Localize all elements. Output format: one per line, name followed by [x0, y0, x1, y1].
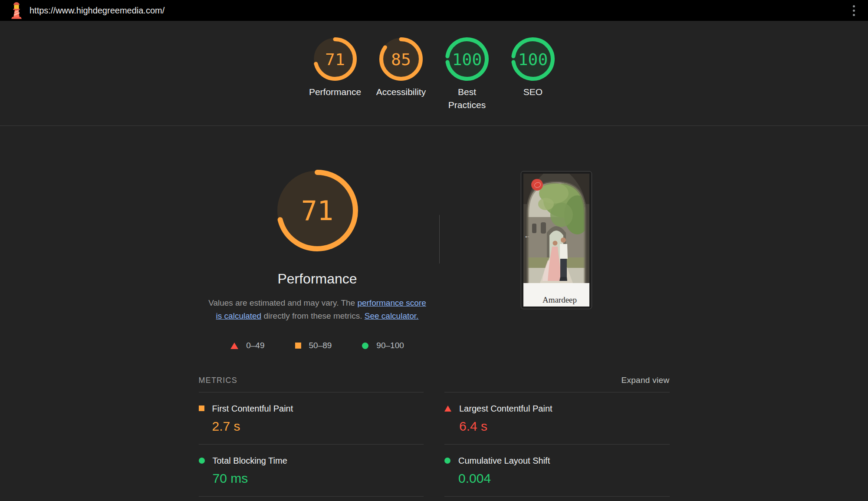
- square-icon: [199, 405, 204, 411]
- metric-value: 70 ms: [213, 471, 287, 486]
- legend-range: 50–89: [309, 341, 332, 350]
- gauge-seo[interactable]: 100: [511, 37, 555, 81]
- category-performance[interactable]: 71 Performance: [307, 37, 363, 112]
- metric-value: 0.004: [458, 471, 550, 486]
- metric-first-contentful-paint: First Contentful Paint 2.7 s: [199, 392, 424, 445]
- performance-section: 71 Performance Values are estimated and …: [195, 126, 673, 350]
- metric-name: Total Blocking Time: [213, 456, 287, 466]
- triangle-icon: [230, 343, 238, 349]
- metrics-heading: METRICS: [199, 376, 237, 385]
- gauge-accessibility[interactable]: 85: [379, 37, 423, 81]
- screenshot-photo: [523, 174, 589, 283]
- back-arrow-icon: ←: [524, 232, 531, 239]
- metrics-section: METRICS Expand view First Contentful Pai…: [199, 376, 670, 497]
- metric-largest-contentful-paint: Largest Contentful Paint 6.4 s: [444, 392, 670, 445]
- triangle-icon: [444, 405, 451, 412]
- category-label: SEO: [523, 86, 542, 99]
- caption-text: Amardeep: [542, 295, 577, 307]
- screenshot-caption: Amardeep: [523, 283, 589, 307]
- performance-title: Performance: [277, 271, 357, 287]
- site-logo-badge: [531, 179, 543, 191]
- svg-text:71: 71: [301, 195, 334, 227]
- category-label: Performance: [309, 86, 361, 99]
- kebab-menu-icon[interactable]: [849, 3, 858, 19]
- description-text: Values are estimated and may vary. The: [208, 298, 357, 307]
- circle-icon: [199, 458, 205, 464]
- page-url[interactable]: https://www.highdegreemedia.com/: [30, 6, 843, 16]
- legend-item-fail: 0–49: [230, 341, 264, 350]
- circle-icon: [362, 343, 368, 349]
- lighthouse-logo-icon: [10, 2, 23, 19]
- svg-text:100: 100: [518, 50, 548, 69]
- legend-item-average: 50–89: [295, 341, 332, 350]
- svg-text:85: 85: [391, 50, 411, 69]
- metric-name: First Contentful Paint: [212, 404, 293, 414]
- legend-item-good: 90–100: [362, 341, 404, 350]
- circle-icon: [444, 458, 450, 464]
- category-label: Best Practices: [445, 86, 489, 112]
- description-text: directly from these metrics.: [261, 311, 365, 320]
- svg-text:100: 100: [452, 50, 482, 69]
- gauge-best-practices[interactable]: 100: [445, 37, 489, 81]
- metric-cumulative-layout-shift: Cumulative Layout Shift 0.004: [444, 445, 670, 497]
- metric-value: 6.4 s: [459, 419, 552, 434]
- gauge-performance[interactable]: 71: [313, 37, 357, 81]
- legend-range: 0–49: [246, 341, 264, 350]
- category-accessibility[interactable]: 85 Accessibility: [373, 37, 429, 112]
- metric-value: 2.7 s: [212, 419, 293, 434]
- metric-name: Cumulative Layout Shift: [458, 456, 550, 466]
- square-icon: [295, 343, 301, 349]
- topbar: https://www.highdegreemedia.com/: [0, 0, 868, 21]
- metrics-grid: First Contentful Paint 2.7 s Largest Con…: [199, 392, 670, 497]
- category-seo[interactable]: 100 SEO: [505, 37, 561, 112]
- category-label: Accessibility: [376, 86, 426, 99]
- see-calculator-link[interactable]: See calculator.: [365, 311, 419, 320]
- category-best-practices[interactable]: 100 Best Practices: [439, 37, 495, 112]
- performance-description: Values are estimated and may vary. The p…: [206, 297, 428, 323]
- score-summary: 71 Performance 85 Accessibility 100 Best…: [0, 21, 868, 126]
- metric-name: Largest Contentful Paint: [459, 404, 552, 414]
- score-legend: 0–49 50–89 90–100: [230, 341, 404, 350]
- expand-view-button[interactable]: Expand view: [621, 376, 669, 385]
- gauge-performance-large: 71: [276, 169, 358, 252]
- svg-text:71: 71: [325, 50, 345, 69]
- legend-range: 90–100: [376, 341, 404, 350]
- metric-total-blocking-time: Total Blocking Time 70 ms: [199, 445, 424, 497]
- page-screenshot-thumbnail[interactable]: ← Amardeep: [521, 171, 592, 309]
